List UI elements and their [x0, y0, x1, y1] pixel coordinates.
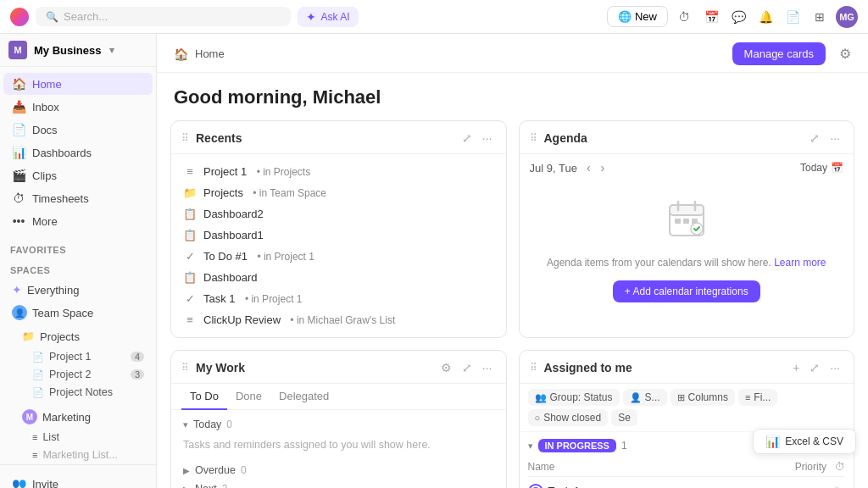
recents-title: Recents	[196, 131, 242, 145]
list-item[interactable]: ≡ Project 1 • in Projects	[171, 161, 506, 182]
sidebar-item-clips[interactable]: 🎬 Clips	[3, 164, 153, 186]
sidebar-item-home[interactable]: 🏠 Home	[3, 73, 153, 95]
agenda-title: Agenda	[544, 131, 587, 145]
export-toast[interactable]: 📊 Excel & CSV	[753, 429, 856, 454]
marketing-more-btn[interactable]: ···	[118, 409, 131, 424]
expand-arrow[interactable]: ▶	[183, 485, 190, 489]
expand-arrow[interactable]: ▾	[528, 441, 533, 452]
sidebar-item-project1[interactable]: 📄 Project 1 4	[25, 348, 153, 365]
agenda-empty: Agenda items from your calendars will sh…	[520, 181, 854, 319]
drag-handle[interactable]: ⠿	[181, 362, 189, 374]
drag-handle[interactable]: ⠿	[181, 132, 189, 144]
add-icon[interactable]: +	[789, 359, 803, 376]
user-avatar[interactable]: MG	[836, 6, 858, 28]
message-icon[interactable]: 💬	[729, 8, 748, 26]
overdue-label: Overdue	[195, 464, 236, 476]
sidebar-item-invite[interactable]: 👥 Invite	[3, 473, 153, 488]
expand-icon[interactable]: ⤢	[806, 130, 823, 147]
ask-ai-button[interactable]: ✦ Ask AI	[298, 7, 358, 27]
settings-icon[interactable]: ⚙	[839, 46, 851, 62]
drag-handle[interactable]: ⠿	[530, 132, 537, 144]
list-item[interactable]: 📋 Dashboard1	[171, 225, 506, 246]
marketing-section: M Marketing ··· + ≡ List ≡ Marketing Lis…	[0, 405, 156, 464]
task-icon: ✓	[183, 250, 197, 263]
sidebar-item-marketing-list[interactable]: ≡ Marketing List...	[25, 446, 153, 463]
space-more-btn[interactable]: ···	[118, 305, 131, 320]
sidebar-item-project-notes[interactable]: 📄 Project Notes	[25, 384, 153, 401]
grid-icon[interactable]: ⊞	[810, 8, 829, 26]
list-item[interactable]: ≡ ClickUp Review • in Michael Graw's Lis…	[171, 309, 506, 330]
sidebar-item-list[interactable]: ≡ List	[25, 429, 153, 446]
file-icon[interactable]: 📄	[783, 8, 802, 26]
collapse-arrow[interactable]: ▾	[183, 419, 188, 430]
list-item[interactable]: ✓ Task 1 • in Project 1	[171, 288, 506, 309]
list-item[interactable]: 📋 Dashboard	[171, 267, 506, 288]
list-icon: ≡	[183, 165, 197, 178]
sidebar-item-timesheets[interactable]: ⏱ Timesheets	[3, 187, 153, 209]
tab-delegated[interactable]: Delegated	[270, 384, 337, 410]
marketing-add-btn[interactable]: +	[133, 409, 144, 424]
table-row[interactable]: Task 1 ⚑	[528, 480, 846, 488]
today-button[interactable]: Today 📅	[800, 162, 843, 174]
drag-handle[interactable]: ⠿	[530, 362, 537, 374]
marketing-label: Marketing	[42, 411, 91, 424]
sidebar-item-docs[interactable]: 📄 Docs	[3, 119, 153, 141]
sidebar-item-everything[interactable]: ✦ Everything	[3, 280, 153, 300]
next-date-button[interactable]: ›	[597, 159, 609, 176]
list-item[interactable]: ✓ To Do #1 • in Project 1	[171, 246, 506, 267]
spaces-label: Spaces	[0, 258, 156, 279]
new-button[interactable]: 🌐 New	[607, 6, 668, 27]
projects-add-btn[interactable]: +	[133, 329, 144, 344]
expand-icon[interactable]: ⤢	[806, 359, 823, 376]
search-bar[interactable]: 🔍 Search...	[36, 7, 291, 26]
more-options-icon[interactable]: ···	[826, 359, 843, 376]
expand-icon[interactable]: ⤢	[459, 130, 476, 147]
ask-ai-label: Ask AI	[320, 11, 349, 23]
calendar-icon[interactable]: 📅	[702, 8, 721, 26]
se-filter[interactable]: Se	[611, 409, 637, 426]
sidebar-item-dashboards[interactable]: 📊 Dashboards	[3, 141, 153, 164]
project2-badge: 3	[131, 369, 144, 380]
group-icon: 👥	[535, 392, 547, 403]
new-label: New	[635, 10, 657, 23]
expand-arrow[interactable]: ▶	[183, 466, 190, 475]
agenda-date: Jul 9, Tue	[530, 162, 577, 175]
filter-chip-fi[interactable]: ≡ Fi...	[738, 389, 777, 406]
topbar: 🔍 Search... ✦ Ask AI 🌐 New ⏱ 📅 💬 🔔 📄 ⊞ M…	[0, 0, 868, 34]
columns-filter[interactable]: ⊞ Columns	[670, 389, 735, 406]
assignee-filter[interactable]: 👤 S...	[623, 389, 667, 406]
globe-icon: 🌐	[618, 10, 632, 23]
workspace-selector[interactable]: M My Business ▾	[0, 34, 156, 67]
more-options-icon[interactable]: ···	[479, 359, 496, 376]
sidebar-item-project2[interactable]: 📄 Project 2 3	[25, 366, 153, 383]
learn-more-link[interactable]: Learn more	[774, 257, 826, 269]
settings-icon[interactable]: ⚙	[437, 359, 455, 376]
prev-date-button[interactable]: ‹	[582, 159, 595, 176]
main-layout: M My Business ▾ 🏠 Home 📥 Inbox 📄 Docs 📊 …	[0, 34, 868, 488]
more-options-icon[interactable]: ···	[826, 130, 843, 147]
manage-cards-button[interactable]: Manage cards	[732, 42, 826, 65]
list-icon: ≡	[183, 313, 197, 326]
bell-icon[interactable]: 🔔	[756, 8, 775, 26]
tab-done[interactable]: Done	[227, 384, 270, 410]
everything-icon: ✦	[12, 283, 22, 297]
list-item[interactable]: 📁 Projects • in Team Space	[171, 182, 506, 203]
tab-todo[interactable]: To Do	[181, 384, 227, 410]
add-calendar-button[interactable]: + Add calendar integrations	[613, 280, 760, 302]
clock-icon[interactable]: ⏱	[675, 8, 693, 26]
more-options-icon[interactable]: ···	[479, 130, 496, 147]
svg-rect-1	[670, 205, 704, 215]
sidebar-item-inbox[interactable]: 📥 Inbox	[3, 96, 153, 118]
group-status-filter[interactable]: 👥 Group: Status	[528, 389, 620, 406]
sidebar-item-more[interactable]: ••• More	[3, 210, 153, 232]
sidebar-item-team-space[interactable]: 👤 Team Space ··· +	[3, 302, 153, 324]
list-item[interactable]: 📋 Dashboard2	[171, 203, 506, 225]
projects-more-btn[interactable]: ···	[118, 329, 131, 344]
sidebar-item-marketing[interactable]: M Marketing ··· +	[14, 406, 153, 428]
sidebar-item-projects[interactable]: 📁 Projects ··· +	[14, 325, 153, 347]
overdue-count: 0	[241, 464, 247, 476]
mywork-title: My Work	[196, 361, 245, 374]
expand-icon[interactable]: ⤢	[459, 359, 476, 376]
space-add-btn[interactable]: +	[133, 305, 144, 320]
show-closed-filter[interactable]: ○ Show closed	[528, 409, 609, 426]
